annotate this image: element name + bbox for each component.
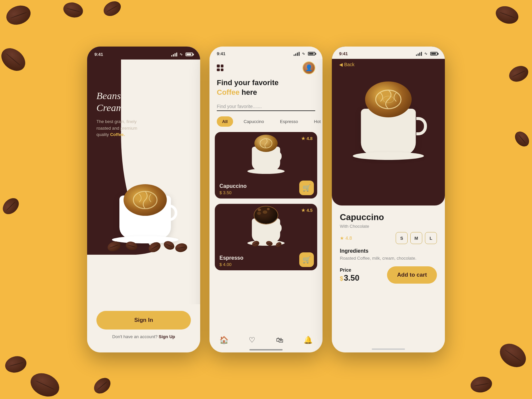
time-2: 9:41	[217, 51, 225, 56]
product-subtitle: With Chocolate	[340, 224, 437, 229]
status-bar-1: 9:41 ∿	[87, 47, 200, 60]
signin-button[interactable]: Sign In	[96, 311, 191, 330]
phone-browse: 9:41 ∿ 👤 Find your favorite Coffee here	[209, 47, 323, 352]
card-rating-2: ★ 4.5	[301, 208, 313, 213]
status-icons-2: ∿	[294, 52, 315, 56]
size-buttons: S M L	[396, 232, 437, 244]
phones-container: 9:41 ∿ Beans 'N Cream The best grain, fi…	[0, 0, 532, 399]
signal-icon-3	[416, 52, 422, 56]
status-bar-2: 9:41 ∿	[209, 47, 323, 59]
tab-hot[interactable]: Hot	[309, 116, 323, 127]
tab-capuccino[interactable]: Capuccino	[238, 116, 269, 127]
signup-link[interactable]: Sign Up	[159, 334, 175, 339]
nav-favorites[interactable]: ♡	[249, 336, 255, 344]
card-name-2: Espresso	[219, 255, 289, 261]
product-rating: ★ 4.8	[340, 235, 352, 241]
app-subtitle: The best grain, finely roasted and premi…	[96, 118, 140, 138]
battery-icon-1	[186, 53, 193, 56]
add-to-cart-button[interactable]: Add to cart	[387, 266, 437, 284]
menu-icon[interactable]	[217, 65, 223, 71]
bottom-nav: 🏠 ♡ 🛍 🔔	[209, 332, 323, 352]
tab-espresso[interactable]: Espresso	[275, 116, 303, 127]
wifi-icon-1: ∿	[180, 52, 183, 57]
rating-size-row: ★ 4.8 S M L	[340, 232, 437, 244]
phone-signin: 9:41 ∿ Beans 'N Cream The best grain, fi…	[87, 47, 200, 352]
star-icon: ★	[340, 235, 344, 241]
card-info-2: Espresso $ 4.00	[215, 252, 294, 270]
card-price-2: $ 4.00	[219, 262, 289, 267]
wifi-icon-2: ∿	[302, 52, 305, 56]
avatar[interactable]: 👤	[303, 62, 315, 74]
size-s[interactable]: S	[396, 232, 408, 244]
ingredients-heading: Ingredients	[340, 248, 437, 254]
browse-title: Find your favorite Coffee here	[209, 78, 323, 102]
product-details: Capuccino With Chocolate ★ 4.8 S M L Ing…	[332, 205, 445, 352]
filter-tabs: All Capuccino Espresso Hot	[209, 116, 323, 132]
back-arrow-icon: ◀	[339, 62, 343, 67]
browse-header: 👤	[209, 59, 323, 78]
battery-icon-2	[308, 52, 315, 56]
signup-prompt: Don't have an account? Sign Up	[96, 334, 191, 339]
price-dollar-sign: $	[340, 275, 343, 282]
signin-section: Sign In Don't have an account? Sign Up	[87, 304, 200, 352]
card-info-1: Capuccino $ 3.50	[215, 180, 294, 199]
card-capuccino[interactable]: ★ 4.8 Capuccino $ 3.50 🛒	[215, 132, 317, 199]
wifi-icon-3: ∿	[424, 52, 427, 56]
nav-notifications[interactable]: 🔔	[304, 336, 313, 344]
avatar-image: 👤	[303, 62, 315, 73]
time-3: 9:41	[339, 51, 348, 56]
home-indicator-2	[249, 349, 283, 350]
back-button[interactable]: ◀ Back	[339, 62, 354, 67]
status-icons-3: ∿	[416, 52, 438, 56]
card-cart-btn-1[interactable]: 🛒	[299, 181, 314, 195]
time-1: 9:41	[94, 52, 103, 57]
search-bar[interactable]: Find your favorite.......	[217, 102, 315, 111]
app-title: Beans 'N Cream	[96, 90, 140, 114]
ingredients-content: Roasted Coffee, milk, cream, chocolate.	[340, 255, 437, 261]
status-bar-3: 9:41 ∿	[332, 47, 445, 59]
price-amount: $3.50	[340, 273, 359, 283]
product-title: Capuccino	[340, 212, 437, 222]
ingredients: Ingredients Roasted Coffee, milk, cream,…	[340, 248, 437, 261]
price-block: Price $3.50	[340, 267, 359, 283]
home-indicator-3	[372, 348, 405, 350]
tab-all[interactable]: All	[217, 116, 233, 127]
card-price-1: $ 3.50	[219, 190, 289, 195]
nav-home[interactable]: 🏠	[219, 336, 228, 344]
card-name-1: Capuccino	[219, 183, 289, 189]
search-input[interactable]: Find your favorite.......	[217, 102, 315, 110]
browse-heading: Find your favorite Coffee here	[217, 78, 315, 97]
price-heading: Price	[340, 267, 359, 273]
nav-cart[interactable]: 🛍	[276, 336, 283, 344]
signal-icon-2	[294, 52, 300, 56]
price-action-row: Price $3.50 Add to cart	[340, 266, 437, 284]
card-espresso[interactable]: ★ 4.5 Espresso $ 4.00 🛒	[215, 204, 317, 270]
card-rating-1: ★ 4.8	[301, 136, 313, 141]
coffee-cards: ★ 4.8 Capuccino $ 3.50 🛒	[209, 132, 323, 270]
product-image	[338, 63, 438, 176]
card-cart-btn-2[interactable]: 🛒	[299, 252, 314, 267]
phone-detail: 9:41 ∿ ◀ Back	[332, 47, 445, 352]
status-icons-1: ∿	[171, 52, 193, 57]
signal-icon-1	[171, 53, 177, 57]
size-l[interactable]: L	[425, 232, 437, 244]
battery-icon-3	[430, 52, 438, 56]
size-m[interactable]: M	[410, 232, 422, 244]
